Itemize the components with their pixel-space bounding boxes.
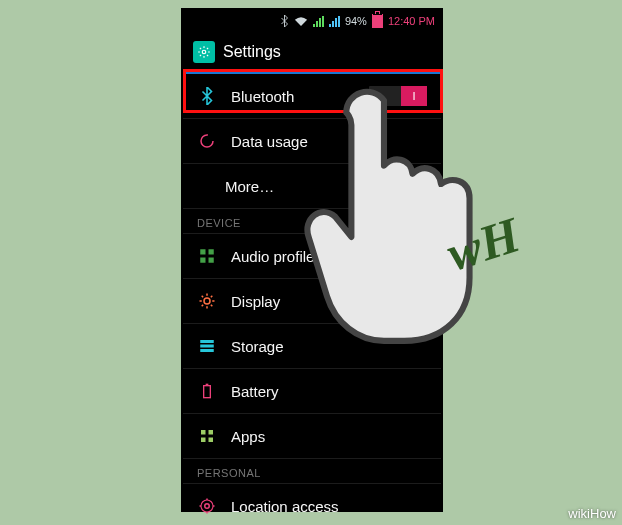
signal-1-icon	[313, 16, 324, 27]
phone-screen: 94% 12:40 PM Settings Bluetooth I Data u…	[183, 10, 441, 510]
location-access-label: Location access	[231, 498, 427, 515]
svg-rect-5	[209, 258, 214, 263]
bluetooth-toggle[interactable]: I	[369, 86, 427, 106]
svg-point-0	[202, 50, 206, 54]
personal-header: PERSONAL	[183, 459, 441, 484]
svg-rect-9	[200, 349, 214, 352]
storage-label: Storage	[231, 338, 427, 355]
bluetooth-icon	[197, 86, 217, 106]
apps-label: Apps	[231, 428, 427, 445]
status-bar: 94% 12:40 PM	[183, 10, 441, 32]
settings-list: Bluetooth I Data usage More… DEVICE Audi…	[183, 74, 441, 525]
wifi-status-icon	[294, 16, 308, 27]
svg-rect-4	[200, 258, 205, 263]
audio-profiles-label: Audio profiles	[231, 248, 427, 265]
storage-icon	[197, 336, 217, 356]
svg-point-16	[205, 504, 210, 509]
svg-point-17	[201, 500, 213, 512]
svg-rect-8	[200, 345, 214, 348]
bluetooth-label: Bluetooth	[231, 88, 355, 105]
app-bar: Settings	[183, 32, 441, 74]
storage-row[interactable]: Storage	[183, 324, 441, 369]
battery-label: Battery	[231, 383, 427, 400]
display-label: Display	[231, 293, 427, 310]
bluetooth-row[interactable]: Bluetooth I	[183, 74, 441, 119]
more-label: More…	[225, 178, 427, 195]
apps-icon	[197, 426, 217, 446]
apps-row[interactable]: Apps	[183, 414, 441, 459]
signal-2-icon	[329, 16, 340, 27]
watermark: wikiHow	[568, 506, 616, 521]
svg-point-6	[204, 298, 210, 304]
device-header: DEVICE	[183, 209, 441, 234]
svg-point-1	[201, 135, 213, 147]
audio-profiles-row[interactable]: Audio profiles	[183, 234, 441, 279]
svg-rect-11	[206, 384, 209, 386]
battery-icon	[372, 14, 383, 28]
battery-row[interactable]: Battery	[183, 369, 441, 414]
audio-profiles-icon	[197, 246, 217, 266]
hand-label: wH	[440, 205, 527, 282]
data-usage-label: Data usage	[231, 133, 427, 150]
svg-rect-10	[204, 386, 211, 398]
svg-rect-2	[200, 249, 205, 254]
svg-rect-13	[209, 430, 214, 435]
settings-app-icon	[193, 41, 215, 63]
clock: 12:40 PM	[388, 15, 435, 27]
more-row[interactable]: More…	[183, 164, 441, 209]
battery-icon	[197, 381, 217, 401]
svg-rect-12	[201, 430, 206, 435]
display-row[interactable]: Display	[183, 279, 441, 324]
battery-percent: 94%	[345, 15, 367, 27]
location-access-row[interactable]: Location access	[183, 484, 441, 525]
display-icon	[197, 291, 217, 311]
data-usage-icon	[197, 131, 217, 151]
location-icon	[197, 496, 217, 516]
data-usage-row[interactable]: Data usage	[183, 119, 441, 164]
svg-rect-3	[209, 249, 214, 254]
svg-rect-14	[201, 438, 206, 443]
page-title: Settings	[223, 43, 281, 61]
toggle-knob: I	[401, 86, 427, 106]
svg-rect-7	[200, 340, 214, 343]
svg-rect-15	[209, 438, 214, 443]
bluetooth-status-icon	[280, 15, 289, 27]
